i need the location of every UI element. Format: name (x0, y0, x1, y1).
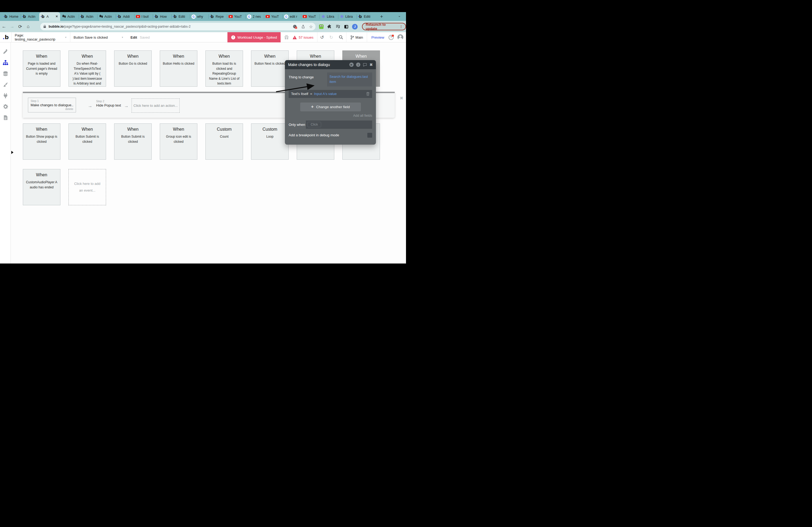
only-when-input[interactable]: Click (306, 120, 372, 129)
browser-tab[interactable]: Gedit r (282, 12, 301, 21)
event-card[interactable]: WhenButton Go is clicked (114, 50, 152, 87)
step-2-action[interactable]: Step 2 Hide Popup text (96, 100, 121, 107)
step-1-action[interactable]: Step 1 Make changes to dialogue... delet… (28, 98, 76, 112)
browser-tab[interactable]: bRepe (208, 12, 227, 21)
browser-tab[interactable]: G2 nes (245, 12, 264, 21)
home-icon[interactable]: ⌂ (24, 24, 32, 29)
add-all-fields-link[interactable]: Add all fields (289, 114, 372, 118)
event-card[interactable]: WhenButton Next is clicked (251, 50, 289, 87)
browser-tab[interactable]: bHow (153, 12, 171, 21)
issues-button[interactable]: 57 issues (292, 35, 313, 40)
run-play-icon[interactable]: ▶ (349, 62, 354, 67)
browser-tab[interactable]: YouT (227, 12, 245, 21)
browser-tab[interactable]: bHome (2, 12, 21, 21)
undo-icon[interactable]: ↺ (320, 35, 324, 40)
sidebar-tab-logs[interactable] (0, 112, 11, 123)
browser-tab[interactable]: bActin (79, 12, 97, 21)
event-card[interactable]: WhenButton Submit is clicked (114, 123, 152, 160)
close-popup-icon[interactable]: ✖ (369, 62, 373, 67)
tab-close-icon[interactable]: ✕ (55, 15, 59, 18)
field-assignment-row[interactable]: Text's Itself = Input A's value (289, 90, 372, 98)
event-card[interactable]: WhenPage is loaded and Current page's th… (23, 50, 60, 87)
browser-tab[interactable]: Actin (97, 12, 116, 21)
back-icon[interactable]: ← (0, 24, 8, 29)
browser-tab[interactable]: ✻Libra (320, 12, 338, 21)
event-card[interactable]: WhenCustomAudioPlayer A audio has ended (23, 169, 60, 205)
browser-tab[interactable]: YouT (264, 12, 282, 21)
workflow-selector-dropdown[interactable]: Button Save is clicked▼ (70, 32, 127, 42)
browser-tab[interactable]: Actin (60, 12, 79, 21)
browser-tab-active[interactable]: bA✕ (39, 12, 60, 21)
event-card[interactable]: CustomCount (205, 123, 243, 160)
tab-search-chevron-icon[interactable]: ⌄ (398, 14, 401, 18)
close-strip-icon[interactable]: ✖ (400, 96, 403, 101)
workload-usage-button[interactable]: ! Workload Usage - Spiked (228, 32, 280, 42)
browser-tab[interactable]: bEditi (357, 12, 375, 21)
trash-icon[interactable] (366, 92, 370, 96)
browser-tab[interactable]: ✻Libra (338, 12, 357, 21)
forward-icon[interactable]: → (8, 24, 16, 29)
sidebar-tab-settings[interactable] (0, 101, 11, 112)
browser-tab[interactable]: I buil (134, 12, 153, 21)
browser-profile-avatar[interactable]: J (352, 24, 358, 30)
event-card-description: Button Next is clicked (254, 61, 286, 66)
share-icon[interactable] (301, 25, 305, 29)
sidebar-tab-styles[interactable] (0, 79, 11, 90)
saved-status: Saved (140, 35, 150, 40)
add-event-placeholder[interactable]: Click here to add an event... (69, 169, 106, 205)
browser-menu-kebab-icon[interactable]: ⋮ (400, 25, 403, 28)
event-card[interactable]: WhenButton Submit is clicked (69, 123, 106, 160)
event-card-heading: Custom (254, 127, 286, 132)
cookie-blocked-icon[interactable]: x (293, 25, 297, 29)
redo-icon[interactable]: ↻ (330, 35, 333, 40)
event-card[interactable]: WhenButton Show popup is clicked (23, 123, 60, 160)
sidebar-tab-workflow[interactable] (0, 57, 11, 68)
media-list-icon[interactable] (335, 24, 340, 29)
search-icon[interactable] (338, 35, 344, 40)
event-card[interactable]: WhenGroup icon edit is clicked (160, 123, 197, 160)
sidebar-tab-design[interactable] (0, 46, 11, 57)
page-selector-dropdown[interactable]: Page: testing_nascar_pastescrip▼ (12, 32, 70, 42)
tab-title: Editi (178, 15, 188, 18)
user-avatar[interactable] (397, 34, 403, 40)
edit-menu[interactable]: Edit (130, 35, 137, 40)
new-tab-button[interactable]: + (378, 13, 385, 20)
preview-button[interactable]: Preview (371, 35, 384, 40)
event-card[interactable]: WhenButton load tts is clicked and Repea… (205, 50, 243, 87)
bubble-favicon: b (41, 15, 45, 19)
sidebar-tab-data[interactable] (0, 68, 11, 79)
breakpoint-checkbox[interactable] (367, 133, 372, 138)
browser-tab[interactable]: bActin (21, 12, 39, 21)
comment-icon[interactable] (363, 63, 367, 67)
relaunch-to-update-button[interactable]: Relaunch to update ⋮ (362, 23, 406, 30)
address-bar[interactable]: bubble.io/page?type=page&name=testing_na… (40, 23, 316, 30)
event-card[interactable]: CustomLoop (251, 123, 289, 160)
help-icon[interactable]: ? (389, 35, 394, 40)
add-action-placeholder[interactable]: Click here to add an action... (132, 99, 180, 113)
workflow-canvas[interactable]: WhenPage is loaded and Current page's th… (11, 42, 406, 264)
bookmark-star-icon[interactable]: ☆ (309, 24, 313, 29)
only-when-placeholder[interactable]: Click (307, 122, 321, 127)
extensions-puzzle-icon[interactable] (327, 24, 332, 29)
browser-tab[interactable]: YouT (301, 12, 320, 21)
gift-icon[interactable] (284, 35, 289, 40)
browser-tab[interactable]: bAddi (116, 12, 134, 21)
only-when-label: Only when (289, 123, 306, 127)
sidebar-tab-plugins[interactable] (0, 90, 11, 101)
browser-tab[interactable]: Gwhy (190, 12, 208, 21)
change-another-field-button[interactable]: + Change another field (300, 103, 361, 111)
reload-icon[interactable]: ⟳ (16, 24, 24, 30)
thing-to-change-value[interactable]: Search for dialogues:last item (327, 73, 372, 86)
event-card[interactable]: WhenDo when Real-TimeSpeechToText A's Va… (69, 50, 106, 87)
panel-expand-arrow-icon[interactable] (11, 151, 13, 154)
browser-tab[interactable]: bEditi (171, 12, 190, 21)
theater-masks-favicon (62, 15, 66, 19)
branch-selector[interactable]: Main (350, 35, 363, 40)
extension-frog-icon[interactable] (319, 25, 323, 29)
step-delete-link[interactable]: delete (31, 107, 73, 110)
info-icon[interactable]: i (356, 62, 360, 67)
side-panel-icon[interactable] (344, 25, 349, 29)
event-card[interactable]: WhenButton Hello is clicked (160, 50, 197, 87)
bubble-logo[interactable]: .b (0, 34, 11, 41)
tab-strip: bHomebActinbA✕ActinbActinActinbAddiI bui… (2, 12, 375, 21)
